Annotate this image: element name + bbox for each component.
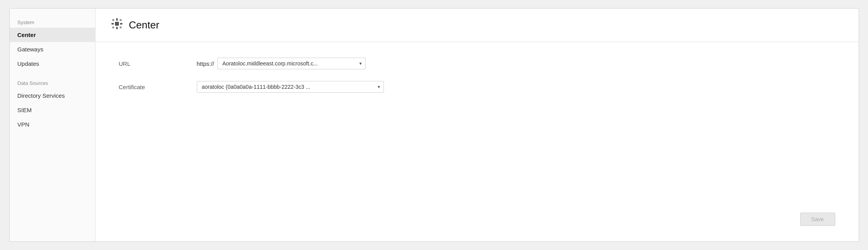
main-content: Center URL https:// Aoratoloc.middleeast… — [95, 9, 859, 241]
certificate-label: Certificate — [119, 84, 181, 90]
certificate-dropdown-wrapper: aoratoloc (0a0a0a0a-1111-bbbb-2222-3c3 .… — [197, 81, 384, 93]
form-area: URL https:// Aoratoloc.middleeast.corp.m… — [95, 42, 859, 241]
svg-rect-0 — [116, 18, 118, 21]
url-group: https:// Aoratoloc.middleeast.corp.micro… — [197, 58, 366, 69]
sidebar-item-updates[interactable]: Updates — [10, 56, 95, 71]
certificate-dropdown[interactable]: aoratoloc (0a0a0a0a-1111-bbbb-2222-3c3 .… — [197, 81, 384, 93]
center-icon — [111, 18, 123, 32]
sidebar-item-gateways[interactable]: Gateways — [10, 42, 95, 56]
svg-rect-5 — [112, 19, 114, 21]
save-button-wrapper: Save — [800, 213, 835, 226]
sidebar: System Center Gateways Updates Data Sour… — [10, 9, 95, 241]
page-title: Center — [129, 19, 159, 31]
svg-rect-1 — [116, 27, 118, 29]
system-section-label: System — [10, 16, 95, 28]
url-row: URL https:// Aoratoloc.middleeast.corp.m… — [119, 58, 835, 69]
url-label: URL — [119, 60, 181, 67]
svg-rect-2 — [111, 23, 114, 25]
sidebar-item-siem[interactable]: SIEM — [10, 103, 95, 117]
svg-rect-8 — [120, 26, 122, 28]
app-container: System Center Gateways Updates Data Sour… — [9, 8, 859, 242]
sidebar-item-vpn[interactable]: VPN — [10, 117, 95, 132]
data-sources-section-label: Data Sources — [10, 77, 95, 88]
sidebar-item-directory-services[interactable]: Directory Services — [10, 88, 95, 103]
svg-rect-6 — [120, 19, 122, 21]
save-button[interactable]: Save — [800, 213, 835, 226]
svg-rect-4 — [115, 22, 119, 26]
url-dropdown[interactable]: Aoratoloc.middleeast.corp.microsoft.c... — [217, 58, 366, 69]
sidebar-item-center[interactable]: Center — [10, 28, 95, 42]
url-dropdown-wrapper: Aoratoloc.middleeast.corp.microsoft.c... — [217, 58, 366, 69]
svg-rect-3 — [120, 23, 122, 25]
svg-rect-7 — [112, 26, 114, 28]
page-header: Center — [95, 9, 859, 42]
url-prefix: https:// — [197, 60, 214, 67]
certificate-row: Certificate aoratoloc (0a0a0a0a-1111-bbb… — [119, 81, 835, 93]
